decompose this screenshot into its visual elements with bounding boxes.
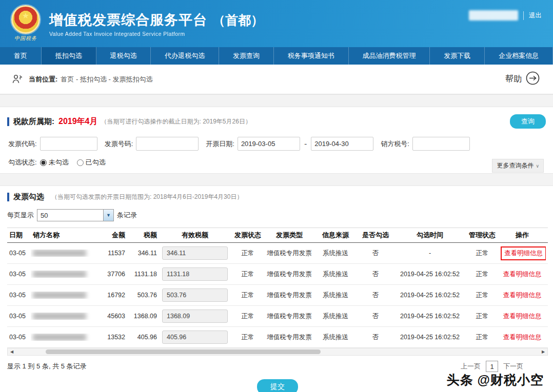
title-block: 增值税发票综合服务平台 （首都） Value Added Tax Invoice…: [49, 11, 264, 37]
cell-invoice-type: 增值税专用发票: [265, 312, 314, 321]
effective-tax-input[interactable]: 1131.18: [162, 267, 228, 281]
redacted-seller-name: [33, 313, 86, 320]
table-row: 03-05 16792 503.76 503.76 正常 增值税专用发票 系统推…: [7, 285, 548, 306]
prev-page-button[interactable]: 上一页: [461, 362, 481, 371]
section-divider: [0, 94, 553, 107]
cell-check-time: -: [394, 250, 466, 257]
cell-effective-tax: 405.96: [159, 331, 231, 344]
page-size-value: 50: [37, 212, 48, 219]
cell-amount: 13532: [97, 334, 127, 341]
cell-invoice-status: 正常: [231, 312, 265, 321]
scrollbar-thumb[interactable]: [46, 349, 321, 354]
cell-amount: 45603: [97, 313, 127, 320]
cell-effective-tax: 1368.09: [159, 310, 231, 323]
view-detail-link[interactable]: 查看明细信息: [503, 292, 542, 299]
check-status-row: 勾选状态: 未勾选 已勾选 更多查询条件 ∨: [7, 158, 546, 167]
watermark-text: 头条 @财税小空: [447, 372, 544, 388]
view-detail-link[interactable]: 查看明细信息: [503, 271, 542, 278]
cell-action: 查看明细信息: [499, 333, 546, 342]
breadcrumb-bar: 当前位置: 首页 - 抵扣勾选 - 发票抵扣勾选 帮助: [0, 65, 553, 94]
seller-tax-no-input[interactable]: [412, 137, 470, 151]
radio-checked-input[interactable]: [77, 159, 84, 166]
invoice-number-input[interactable]: [136, 137, 199, 151]
cell-source: 系统推送: [314, 249, 357, 258]
cell-effective-tax: 346.11: [159, 246, 231, 260]
cell-action: 查看明细信息: [499, 246, 546, 260]
nav-item-invoice-query[interactable]: 发票查询: [219, 47, 274, 65]
invoice-code-input[interactable]: [40, 137, 97, 151]
cell-date: 03-05: [7, 250, 31, 257]
redacted-seller-name: [33, 292, 86, 299]
cell-tax: 405.96: [127, 334, 159, 341]
nav-item-home[interactable]: 首页: [0, 47, 42, 65]
cell-source: 系统推送: [314, 333, 357, 342]
user-area: 退出: [469, 10, 542, 20]
radio-unchecked[interactable]: 未勾选: [40, 158, 69, 167]
current-page-box[interactable]: 1: [486, 361, 498, 372]
cell-tax: 346.11: [127, 250, 159, 257]
annotation-highlight-box: 查看明细信息: [501, 246, 546, 260]
cell-source: 系统推送: [314, 312, 357, 321]
section-divider: [0, 173, 553, 186]
invoice-number-label: 发票号码:: [105, 139, 133, 149]
submit-button[interactable]: 提交: [257, 379, 298, 392]
next-page-button[interactable]: 下一页: [503, 362, 523, 371]
logo-block: 中国税务: [9, 5, 42, 42]
scroll-left-icon[interactable]: ◀: [8, 348, 16, 355]
chevron-down-icon: ∨: [536, 163, 539, 169]
nav-item-agent-refund-check[interactable]: 代办退税勾选: [151, 47, 219, 65]
cell-manage-status: 正常: [466, 249, 499, 258]
nav-item-deduction-check[interactable]: 抵扣勾选: [42, 47, 96, 65]
search-button[interactable]: 查询: [510, 114, 546, 129]
page-size-select[interactable]: 50 ▼: [37, 209, 114, 221]
radio-checked[interactable]: 已勾选: [77, 158, 106, 167]
section-marker: [7, 117, 9, 126]
breadcrumb: 首页 - 抵扣勾选 - 发票抵扣勾选: [61, 75, 152, 84]
scroll-right-icon[interactable]: ▶: [539, 348, 547, 355]
more-conditions-label: 更多查询条件: [497, 161, 534, 170]
cell-seller: [31, 334, 97, 341]
table-header-row: 日期 销方名称 金额 税额 有效税额 发票状态 发票类型 信息来源 是否勾选 勾…: [7, 228, 548, 243]
col-tax: 税额: [127, 231, 159, 240]
date-to-input[interactable]: [311, 137, 373, 151]
cell-date: 03-05: [7, 313, 31, 320]
nav-item-invoice-download[interactable]: 发票下载: [430, 47, 485, 65]
query-section: 税款所属期: 2019年4月 （当期可进行勾选操作的截止日期为: 2019年5月…: [0, 107, 553, 173]
page-size-row: 每页显示 50 ▼ 条记录: [7, 209, 548, 221]
cell-invoice-status: 正常: [231, 249, 265, 258]
cell-seller: [31, 313, 97, 320]
nav-item-tax-refund-check[interactable]: 退税勾选: [96, 47, 151, 65]
help-label: 帮助: [505, 74, 522, 85]
cell-manage-status: 正常: [466, 270, 499, 279]
more-conditions-button[interactable]: 更多查询条件 ∨: [492, 159, 544, 173]
view-detail-link[interactable]: 查看明细信息: [504, 250, 543, 257]
logout-link[interactable]: 退出: [523, 11, 542, 20]
check-status-label: 勾选状态:: [8, 158, 37, 167]
cell-date: 03-05: [7, 292, 31, 299]
nav-item-company-archive[interactable]: 企业档案信息: [485, 47, 553, 65]
cell-seller: [31, 292, 97, 299]
radio-unchecked-input[interactable]: [40, 159, 47, 166]
col-invoice-status: 发票状态: [231, 231, 265, 240]
effective-tax-input[interactable]: 1368.09: [162, 310, 228, 323]
pagination: 上一页 1 下一页: [461, 361, 523, 372]
cell-checked: 否: [357, 249, 394, 258]
table-row: 03-05 11537 346.11 346.11 正常 增值税专用发票 系统推…: [7, 243, 548, 264]
view-detail-link[interactable]: 查看明细信息: [503, 334, 542, 341]
invoice-date-label: 开票日期:: [206, 139, 234, 149]
invoice-section-note: （当期可勾选发票的开票日期范围为: 2018年4月6日-2019年4月30日）: [51, 193, 243, 201]
effective-tax-input[interactable]: 405.96: [162, 331, 228, 344]
effective-tax-input[interactable]: 346.11: [162, 246, 228, 260]
horizontal-scrollbar[interactable]: ◀ ▶: [7, 348, 548, 356]
cell-seller: [31, 250, 97, 257]
nav-item-tax-notice[interactable]: 税务事项通知书: [274, 47, 349, 65]
view-detail-link[interactable]: 查看明细信息: [503, 313, 542, 320]
cell-manage-status: 正常: [466, 333, 499, 342]
effective-tax-input[interactable]: 503.76: [162, 288, 228, 302]
nav-item-oil-tax-mgmt[interactable]: 成品油消费税管理: [349, 47, 430, 65]
help-button[interactable]: 帮助: [505, 71, 540, 87]
invoice-code-label: 发票代码:: [8, 139, 37, 149]
main-nav: 首页 抵扣勾选 退税勾选 代办退税勾选 发票查询 税务事项通知书 成品油消费税管…: [0, 47, 553, 65]
date-from-input[interactable]: [238, 137, 300, 151]
china-tax-emblem-icon: [11, 5, 40, 34]
